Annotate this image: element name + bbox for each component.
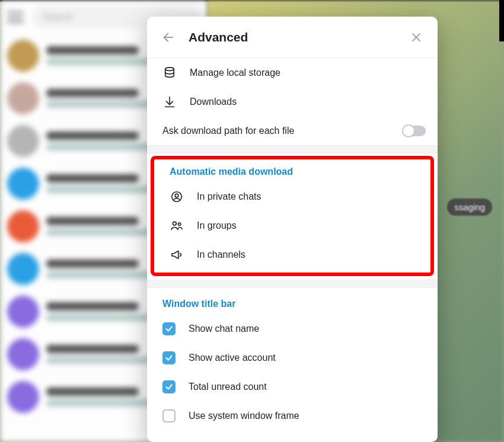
row-label: Show chat name — [189, 324, 422, 334]
download-icon — [162, 95, 177, 109]
avatar — [7, 381, 39, 413]
dialog-header: Advanced — [147, 17, 438, 58]
checkbox-off[interactable] — [162, 409, 176, 422]
avatar — [7, 253, 39, 285]
avatar — [7, 82, 39, 114]
auto-download-channels-row[interactable]: In channels — [154, 240, 430, 269]
back-button[interactable] — [160, 29, 177, 46]
bg-message-bubble: ssaging — [447, 198, 492, 216]
checkbox-on[interactable] — [162, 380, 176, 393]
total-unread-count-row[interactable]: Total unread count — [147, 372, 438, 401]
scrollbar-stub — [499, 0, 504, 41]
avatar — [7, 338, 39, 370]
auto-download-private-row[interactable]: In private chats — [154, 182, 430, 211]
row-label: Ask download path for each file — [162, 126, 389, 136]
svg-point-7 — [175, 194, 178, 197]
group-icon — [170, 219, 184, 233]
row-label: Show active account — [189, 353, 422, 363]
advanced-settings-dialog: Advanced Manage local storage Downloads … — [147, 17, 438, 442]
megaphone-icon — [170, 248, 184, 262]
user-icon — [170, 190, 184, 204]
svg-point-8 — [173, 222, 176, 225]
ask-download-path-toggle[interactable] — [402, 126, 426, 136]
row-label: Total unread count — [189, 382, 422, 392]
section-divider — [147, 145, 438, 153]
checkbox-on[interactable] — [162, 351, 176, 364]
svg-point-3 — [165, 67, 174, 71]
section-divider — [147, 280, 438, 288]
auto-download-groups-row[interactable]: In groups — [154, 211, 430, 240]
checkbox-on[interactable] — [162, 322, 176, 335]
avatar — [7, 168, 39, 200]
section-title-auto-download: Automatic media download — [154, 159, 430, 182]
menu-icon[interactable] — [7, 11, 24, 23]
dialog-title: Advanced — [189, 30, 396, 44]
avatar — [7, 210, 39, 242]
ask-download-path-row[interactable]: Ask download path for each file — [147, 116, 438, 145]
row-label: Use system window frame — [189, 411, 422, 421]
row-label: Downloads — [190, 97, 422, 107]
automatic-media-download-highlight: Automatic media download In private chat… — [151, 156, 434, 276]
row-label: In groups — [197, 220, 415, 231]
row-label: Manage local storage — [190, 68, 422, 78]
row-label: In private chats — [197, 191, 415, 202]
avatar — [7, 296, 39, 328]
avatar — [7, 40, 39, 72]
dialog-body: Manage local storage Downloads Ask downl… — [147, 58, 438, 442]
section-title-window-titlebar: Window title bar — [147, 288, 438, 314]
use-system-window-frame-row[interactable]: Use system window frame — [147, 401, 438, 430]
show-active-account-row[interactable]: Show active account — [147, 343, 438, 372]
row-label: In channels — [197, 249, 415, 260]
downloads-row[interactable]: Downloads — [147, 87, 438, 116]
close-button[interactable] — [408, 29, 425, 46]
avatar — [7, 125, 39, 157]
storage-icon — [162, 66, 177, 80]
show-chat-name-row[interactable]: Show chat name — [147, 314, 438, 343]
manage-local-storage-row[interactable]: Manage local storage — [147, 58, 438, 87]
svg-point-9 — [178, 223, 180, 225]
